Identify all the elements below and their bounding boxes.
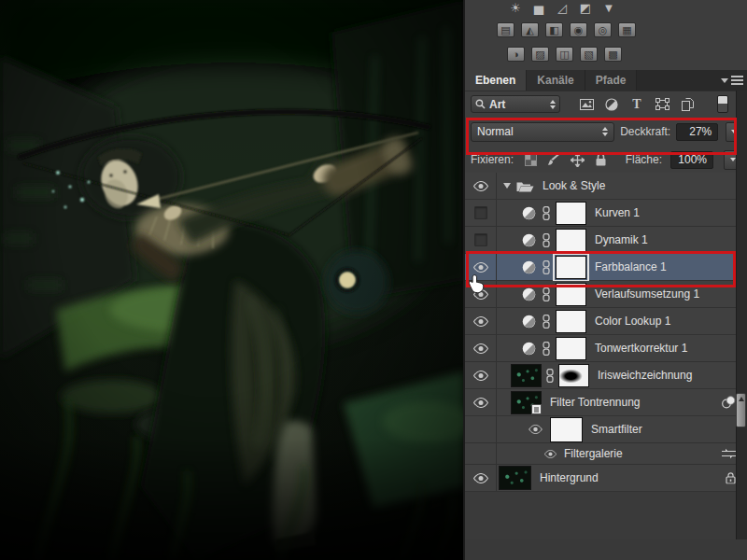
- mask-link-icon[interactable]: [543, 260, 550, 274]
- smart-filter-mask-thumbnail[interactable]: [550, 417, 583, 442]
- visibility-toggle[interactable]: [529, 425, 543, 434]
- black-white-icon[interactable]: ◧: [545, 22, 563, 37]
- visibility-toggle[interactable]: [465, 173, 497, 199]
- layer-row-background[interactable]: Hintergrund: [465, 465, 747, 492]
- layer-row[interactable]: Dynamik 1: [465, 227, 747, 254]
- document-canvas[interactable]: [0, 0, 464, 560]
- layer-name[interactable]: Tonwertkorrektur 1: [595, 342, 687, 355]
- mask-link-icon[interactable]: [543, 342, 550, 356]
- filter-blending-options-icon[interactable]: [722, 448, 736, 459]
- layer-row[interactable]: Color Lookup 1: [465, 308, 747, 335]
- posterize-icon[interactable]: ▨: [531, 47, 549, 62]
- layer-list-empty-area[interactable]: [465, 539, 747, 560]
- hue-saturation-icon[interactable]: ▤: [497, 22, 514, 37]
- mask-link-icon[interactable]: [546, 369, 554, 383]
- lock-label: Fixieren:: [471, 153, 514, 166]
- blend-mode-spinner-icon: [602, 127, 608, 136]
- adjustments-panel-icons: ☀ ▅ ◿ ◩ ▼ ▤ ◭ ◧ ◉ ◎ ▦ ◑ ▨ ◫ ▧ ▩: [465, 0, 747, 70]
- opacity-value-field[interactable]: 27%: [676, 123, 718, 141]
- color-lookup-icon[interactable]: ▦: [618, 22, 636, 37]
- group-disclosure-triangle[interactable]: [503, 183, 511, 189]
- blur-mask-thumbnail[interactable]: [558, 364, 589, 387]
- layer-thumbnail[interactable]: [511, 364, 542, 387]
- layer-mask-thumbnail[interactable]: [556, 229, 586, 252]
- layers-scrollbar-thumb[interactable]: [736, 393, 746, 427]
- visibility-toggle[interactable]: [465, 200, 497, 226]
- lock-all-icon[interactable]: [594, 153, 608, 167]
- adjustment-layer-icon: [522, 287, 536, 301]
- pixel-layer-filter-icon[interactable]: [579, 97, 594, 112]
- color-balance-icon[interactable]: ◭: [521, 22, 539, 37]
- layer-mask-thumbnail[interactable]: [556, 310, 586, 333]
- filter-name[interactable]: Filtergalerie: [564, 447, 623, 460]
- layer-name[interactable]: Smartfilter: [591, 423, 642, 436]
- eye-icon: [473, 398, 488, 408]
- layer-row[interactable]: Irisweichzeichnung: [465, 362, 747, 389]
- lock-position-icon[interactable]: [571, 153, 585, 167]
- visibility-toggle[interactable]: [465, 308, 497, 334]
- layer-name[interactable]: Kurven 1: [595, 206, 640, 219]
- layer-row-group[interactable]: Look & Style: [465, 173, 747, 200]
- tab-kanaele[interactable]: Kanäle: [527, 70, 585, 91]
- fill-value-field[interactable]: 100%: [670, 151, 713, 169]
- channel-mixer-icon[interactable]: ◎: [594, 22, 612, 37]
- tab-ebenen[interactable]: Ebenen: [465, 70, 527, 91]
- blend-mode-dropdown[interactable]: Normal: [471, 122, 614, 142]
- filter-kind-dropdown[interactable]: Art: [471, 95, 560, 113]
- layer-name[interactable]: Farbbalance 1: [595, 260, 667, 273]
- opacity-label: Deckkraft:: [620, 125, 670, 138]
- layer-mask-thumbnail-selected[interactable]: [556, 256, 586, 279]
- curves-icon[interactable]: ◿: [554, 1, 571, 16]
- layer-name[interactable]: Verlaufsumsetzung 1: [595, 287, 699, 301]
- layer-mask-thumbnail[interactable]: [556, 283, 586, 306]
- levels-icon[interactable]: ▅: [530, 1, 547, 16]
- threshold-icon[interactable]: ◫: [556, 47, 573, 62]
- tab-pfade[interactable]: Pfade: [585, 70, 638, 91]
- eye-icon: [529, 425, 543, 434]
- visibility-toggle[interactable]: [465, 389, 497, 415]
- visibility-toggle[interactable]: [465, 465, 497, 491]
- vibrance-icon[interactable]: ▼: [600, 1, 617, 16]
- layer-row-smart-object[interactable]: Filter Tontrennung: [465, 389, 747, 416]
- lock-pixels-brush-icon[interactable]: [547, 153, 561, 167]
- adjustment-layer-filter-icon[interactable]: [604, 97, 619, 112]
- background-thumbnail[interactable]: [499, 466, 531, 490]
- visibility-toggle[interactable]: [544, 450, 557, 458]
- panel-menu-button[interactable]: [721, 76, 743, 85]
- layer-mask-thumbnail[interactable]: [556, 337, 586, 360]
- lock-transparency-icon[interactable]: [524, 153, 538, 167]
- layer-name[interactable]: Color Lookup 1: [595, 315, 670, 328]
- layer-name[interactable]: Irisweichzeichnung: [598, 369, 692, 382]
- layer-name[interactable]: Hintergrund: [540, 471, 599, 484]
- visibility-toggle[interactable]: [465, 227, 497, 253]
- layer-row[interactable]: Kurven 1: [465, 200, 747, 227]
- smart-filter-toggle-icon[interactable]: [721, 396, 736, 409]
- exposure-icon[interactable]: ◩: [577, 1, 594, 16]
- layer-row[interactable]: Verlaufsumsetzung 1: [465, 281, 747, 308]
- layer-row-smart-filter[interactable]: Smartfilter: [465, 416, 747, 443]
- selective-color-icon[interactable]: ▩: [604, 47, 622, 62]
- brightness-contrast-icon[interactable]: ☀: [507, 1, 524, 16]
- smart-object-filter-icon[interactable]: [680, 97, 695, 112]
- layers-scrollbar-track[interactable]: [736, 91, 747, 539]
- gradient-map-icon[interactable]: ▧: [580, 47, 598, 62]
- layer-row[interactable]: Tonwertkorrektur 1: [465, 335, 747, 362]
- smart-object-thumbnail[interactable]: [511, 391, 542, 414]
- layer-name[interactable]: Filter Tontrennung: [550, 396, 641, 409]
- mask-link-icon[interactable]: [543, 315, 550, 329]
- visibility-toggle[interactable]: [465, 335, 497, 361]
- layer-name[interactable]: Look & Style: [543, 179, 605, 192]
- layer-mask-thumbnail[interactable]: [556, 202, 586, 225]
- layer-row-filter-entry[interactable]: Filtergalerie: [465, 443, 747, 465]
- type-layer-filter-icon[interactable]: T: [629, 97, 644, 112]
- layer-name[interactable]: Dynamik 1: [595, 233, 648, 246]
- layer-row-selected[interactable]: Farbbalance 1: [465, 254, 747, 281]
- visibility-toggle[interactable]: [465, 362, 497, 388]
- photo-filter-icon[interactable]: ◉: [570, 22, 587, 37]
- shape-layer-filter-icon[interactable]: [655, 97, 669, 112]
- mask-link-icon[interactable]: [543, 233, 550, 247]
- mask-link-icon[interactable]: [543, 206, 550, 220]
- filtering-toggle-switch[interactable]: [717, 95, 728, 113]
- mask-link-icon[interactable]: [543, 287, 550, 301]
- invert-icon[interactable]: ◑: [507, 47, 525, 62]
